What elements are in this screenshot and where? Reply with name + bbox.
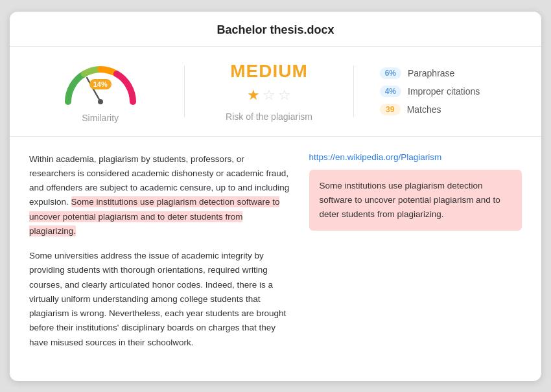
citations-badge: 4%: [380, 86, 401, 97]
svg-point-1: [98, 99, 103, 104]
matches-section: 6% Paraphrase 4% Improper citations 39 M…: [367, 67, 522, 115]
matches-badge: 39: [380, 104, 401, 115]
main-card: Bachelor thesis.docx: [10, 12, 541, 381]
citations-label: Improper citations: [408, 86, 480, 97]
paragraph-2: Some universities address the issue of a…: [29, 249, 290, 350]
source-link[interactable]: https://en.wikipedia.org/Plagiarism: [309, 152, 522, 162]
highlight-box: Some institutions use plagiarism detecti…: [309, 170, 522, 231]
gauge-container: 14%: [58, 60, 143, 105]
paraphrase-badge: 6%: [380, 67, 401, 79]
document-title: Bachelor thesis.docx: [23, 23, 528, 37]
highlight-box-text: Some institutions use plagiarism detecti…: [320, 181, 500, 220]
similarity-badge: 14%: [89, 79, 111, 89]
star-1: ★: [247, 87, 260, 104]
divider-1: [184, 65, 185, 117]
similarity-label: Similarity: [82, 113, 119, 123]
divider-2: [353, 65, 354, 117]
main-text: Within academia, plagiarism by students,…: [29, 152, 290, 360]
star-2: ☆: [263, 87, 276, 104]
paragraph-1: Within academia, plagiarism by students,…: [29, 152, 290, 239]
paraphrase-label: Paraphrase: [408, 68, 454, 78]
risk-label: Risk of the plagiarism: [226, 111, 312, 122]
match-row-matches: 39 Matches: [380, 104, 522, 115]
match-row-citations: 4% Improper citations: [380, 86, 522, 97]
risk-level: MEDIUM: [230, 61, 308, 82]
right-panel: https://en.wikipedia.org/Plagiarism Some…: [309, 152, 522, 360]
matches-label: Matches: [407, 104, 441, 115]
stars-container: ★ ☆ ☆: [247, 87, 291, 104]
match-row-paraphrase: 6% Paraphrase: [380, 67, 522, 79]
content-area: Within academia, plagiarism by students,…: [10, 137, 541, 376]
stats-row: 14% Similarity MEDIUM ★ ☆ ☆ Risk of the …: [10, 47, 541, 137]
star-3: ☆: [278, 87, 291, 104]
similarity-section: 14% Similarity: [29, 60, 171, 123]
risk-section: MEDIUM ★ ☆ ☆ Risk of the plagiarism: [198, 61, 340, 122]
card-header: Bachelor thesis.docx: [10, 12, 541, 47]
